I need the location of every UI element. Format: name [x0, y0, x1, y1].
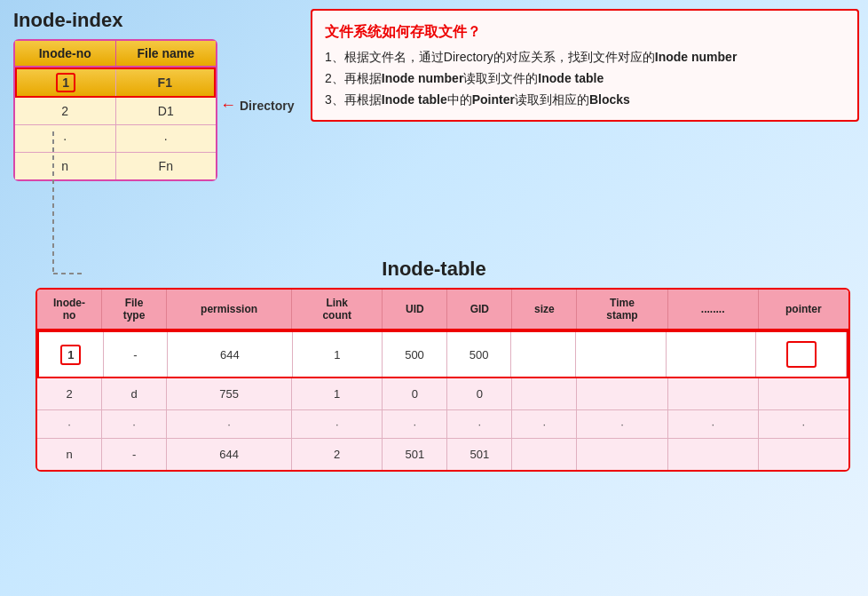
inode-index-box: Inode-no File name 1 F1 2 D1 · · [13, 39, 217, 181]
inode-index-cell-2-2: D1 [116, 98, 217, 124]
directory-label-text: Directory [240, 99, 294, 113]
it-header-dots: ........ [668, 290, 759, 329]
inode-table-outer: Inode-no Filetype permission Linkcount U… [36, 288, 850, 472]
it-cell-n-permission: 644 [167, 439, 292, 470]
inode-table-row-n: n - 644 2 501 501 [37, 439, 848, 470]
it-cell-2-inodeno: 2 [37, 378, 102, 409]
it-cell-1-inodeno-value: 1 [60, 345, 81, 365]
it-cell-n-size [512, 439, 577, 470]
it-cell-n-inodeno: n [37, 439, 102, 470]
it-cell-1-size [511, 332, 576, 377]
it-cell-1-gid: 500 [447, 332, 512, 377]
it-cell-dots-uid: · [383, 410, 447, 438]
it-cell-2-dots [668, 378, 759, 409]
info-box-line2: 2、再根据Inode number读取到文件的Inode table [325, 68, 845, 90]
it-cell-dots-timestamp: · [577, 410, 667, 438]
info-box-line3: 3、再根据Inode table中的Pointer读取到相应的Blocks [325, 90, 845, 111]
it-header-permission: permission [167, 290, 292, 329]
inode-table-title: Inode-table [9, 258, 859, 281]
inode-index-cell-1-2: F1 [116, 69, 215, 96]
inode-index-cell-dots-2: · [116, 125, 217, 152]
inode-index-cell-2-1: 2 [15, 98, 116, 124]
pointer-box-icon [786, 341, 817, 368]
it-header-gid: GID [447, 290, 512, 329]
it-cell-1-inodeno: 1 [39, 332, 104, 377]
inode-table-row-1: → 1 - 644 1 500 500 → [37, 330, 848, 378]
it-cell-2-permission: 755 [167, 378, 292, 409]
it-cell-1-dots [667, 332, 757, 377]
it-cell-1-filetype: - [104, 332, 169, 377]
directory-label-container: ← Directory [220, 96, 294, 115]
it-cell-dots-permission: · [167, 410, 292, 438]
inode-index-row-1: 1 F1 [15, 68, 216, 98]
it-header-uid: UID [383, 290, 447, 329]
inode-index-row-dots: · · [15, 125, 216, 153]
inode-table-section: Inode-table Inode-no Filetype permission… [9, 258, 859, 472]
it-header-size: size [512, 290, 577, 329]
it-cell-2-uid: 0 [383, 378, 447, 409]
inode-index-row-n: n Fn [15, 153, 216, 179]
it-cell-2-timestamp [577, 378, 667, 409]
inode-table-row-2: 2 d 755 1 0 0 [37, 378, 848, 410]
info-box-title: 文件系统如何存取文件？ [325, 20, 845, 44]
it-header-pointer: pointer [759, 290, 848, 329]
it-cell-n-filetype: - [102, 439, 167, 470]
it-cell-dots-size: · [512, 410, 577, 438]
it-cell-2-pointer [759, 378, 848, 409]
inode-table-row-dots: · · · · · · · · · · [37, 410, 848, 439]
it-header-inode-no: Inode-no [37, 290, 102, 329]
inode-index-row-2: 2 D1 [15, 98, 216, 125]
inode-index-header: Inode-no File name [15, 41, 216, 68]
it-cell-2-gid: 0 [447, 378, 512, 409]
directory-arrow-icon: ← [220, 96, 236, 115]
inode-index-cell-n-2: Fn [116, 153, 217, 179]
it-cell-n-linkcount: 2 [292, 439, 383, 470]
it-cell-dots-pointer: · [759, 410, 848, 438]
it-cell-1-uid: 500 [383, 332, 447, 377]
it-cell-2-filetype: d [102, 378, 167, 409]
it-cell-dots-gid: · [447, 410, 512, 438]
it-cell-n-dots [668, 439, 759, 470]
it-header-file-type: Filetype [102, 290, 167, 329]
it-header-timestamp: Timestamp [577, 290, 667, 329]
it-cell-dots-filetype: · [102, 410, 167, 438]
inode-table-header: Inode-no Filetype permission Linkcount U… [37, 290, 848, 330]
it-cell-n-uid: 501 [383, 439, 447, 470]
it-cell-1-timestamp [576, 332, 667, 377]
info-box: 文件系统如何存取文件？ 1、根据文件名，通过Directory的对应关系，找到文… [311, 9, 859, 122]
it-cell-2-size [512, 378, 577, 409]
inode-index-cell-n-1: n [15, 153, 116, 179]
it-cell-2-linkcount: 1 [292, 378, 383, 409]
inode-index-cell-1-1: 1 [17, 69, 116, 96]
it-cell-1-linkcount: 1 [293, 332, 383, 377]
it-cell-dots-dotscol: · [668, 410, 759, 438]
it-cell-1-permission: 644 [168, 332, 292, 377]
it-cell-n-gid: 501 [447, 439, 512, 470]
main-container: Inode-index Inode-no File name 1 F1 2 D1 [0, 0, 868, 596]
it-cell-dots-linkcount: · [292, 410, 383, 438]
it-cell-1-pointer [756, 332, 847, 377]
info-box-line1: 1、根据文件名，通过Directory的对应关系，找到文件对应的Inode nu… [325, 47, 845, 68]
it-cell-n-pointer [759, 439, 848, 470]
inode-index-cell-dots-1: · [15, 125, 116, 152]
inode-index-header-col2: File name [116, 41, 217, 66]
it-header-link-count: Linkcount [292, 290, 383, 329]
inode-index-header-col1: Inode-no [15, 41, 116, 66]
it-cell-dots-inodeno: · [37, 410, 102, 438]
it-cell-n-timestamp [577, 439, 667, 470]
